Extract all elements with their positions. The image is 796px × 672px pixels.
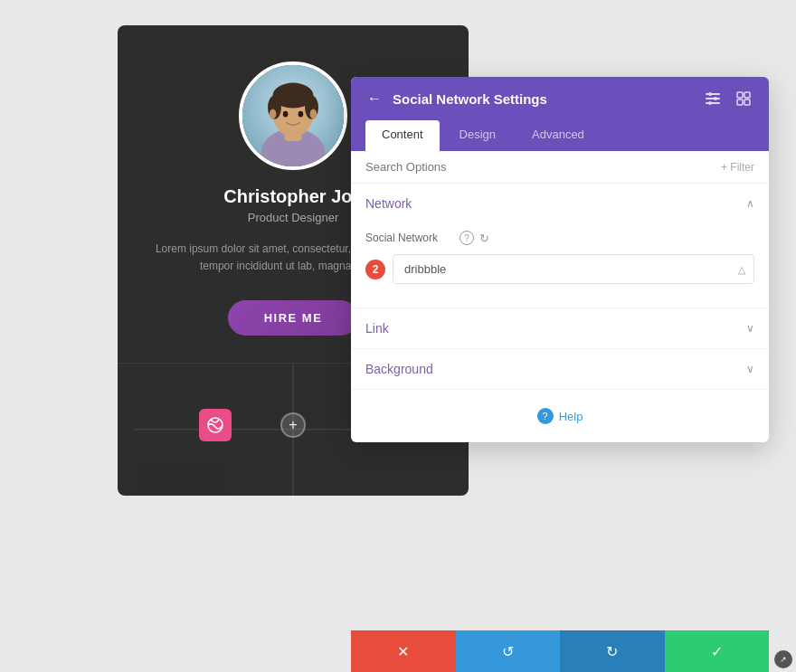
panel-content: Network ∧ Social Network ? ↻ 2 dribbble bbox=[351, 184, 769, 442]
panel-title: Social Network Settings bbox=[393, 91, 547, 107]
dribbble-icon[interactable] bbox=[199, 409, 232, 441]
search-input[interactable] bbox=[365, 160, 721, 174]
help-icon: ? bbox=[537, 408, 554, 424]
network-section: Network ∧ Social Network ? ↻ 2 dribbble bbox=[351, 184, 769, 308]
svg-point-18 bbox=[714, 97, 717, 100]
person-name: Christopher Joe bbox=[223, 186, 362, 207]
help-section: ? Help bbox=[351, 390, 769, 442]
background-chevron-icon: ∨ bbox=[746, 363, 754, 375]
settings-panel: ← Social Network Settings bbox=[351, 77, 769, 442]
link-section-title: Link bbox=[365, 321, 389, 336]
social-network-select-row: 2 dribbble facebook twitter instagram li… bbox=[365, 254, 754, 284]
field-reset-icon[interactable]: ↻ bbox=[479, 232, 489, 245]
network-section-body: Social Network ? ↻ 2 dribbble facebook t… bbox=[351, 223, 769, 308]
tab-design[interactable]: Design bbox=[443, 120, 512, 151]
background-section-title: Background bbox=[365, 362, 433, 376]
social-network-select[interactable]: dribbble facebook twitter instagram link… bbox=[393, 254, 754, 284]
svg-rect-22 bbox=[737, 99, 743, 105]
svg-rect-15 bbox=[706, 98, 720, 99]
social-network-label: Social Network bbox=[365, 232, 456, 244]
confirm-button[interactable]: ✓ bbox=[665, 630, 770, 672]
hire-me-button[interactable]: HIRE ME bbox=[228, 300, 359, 336]
social-network-select-wrapper: dribbble facebook twitter instagram link… bbox=[393, 254, 754, 284]
badge-number: 2 bbox=[365, 260, 385, 279]
expand-icon[interactable] bbox=[733, 88, 754, 109]
delete-button[interactable]: ✕ bbox=[351, 630, 456, 672]
redo-button[interactable]: ↻ bbox=[560, 630, 665, 672]
link-section-header[interactable]: Link ∨ bbox=[351, 308, 769, 348]
field-help-icon[interactable]: ? bbox=[460, 231, 474, 245]
tab-content[interactable]: Content bbox=[365, 120, 440, 151]
undo-button[interactable]: ↺ bbox=[456, 630, 561, 672]
network-chevron-icon: ∧ bbox=[746, 197, 754, 210]
svg-point-9 bbox=[270, 109, 276, 119]
network-section-header[interactable]: Network ∧ bbox=[351, 184, 769, 223]
social-network-field-row: Social Network ? ↻ bbox=[365, 231, 754, 245]
action-bar: ✕ ↺ ↻ ✓ bbox=[351, 630, 769, 672]
tabs-bar: Content Design Advanced bbox=[351, 120, 769, 151]
settings-icon[interactable] bbox=[702, 88, 724, 109]
background-section-header[interactable]: Background ∨ bbox=[351, 349, 769, 389]
panel-header: ← Social Network Settings bbox=[351, 77, 769, 120]
svg-rect-21 bbox=[744, 92, 750, 98]
help-button[interactable]: Help bbox=[559, 410, 583, 423]
avatar bbox=[239, 62, 347, 170]
svg-point-8 bbox=[298, 111, 304, 118]
back-button[interactable]: ← bbox=[365, 90, 384, 108]
svg-point-17 bbox=[708, 92, 712, 96]
search-bar: + Filter bbox=[351, 151, 769, 184]
svg-rect-16 bbox=[706, 102, 720, 104]
link-chevron-icon: ∨ bbox=[746, 322, 754, 335]
svg-point-19 bbox=[708, 101, 712, 105]
filter-button[interactable]: + Filter bbox=[721, 161, 754, 174]
svg-point-13 bbox=[208, 418, 223, 432]
network-section-title: Network bbox=[365, 196, 412, 211]
svg-point-7 bbox=[283, 111, 289, 118]
link-section: Link ∨ bbox=[351, 308, 769, 349]
tab-advanced[interactable]: Advanced bbox=[516, 120, 601, 151]
svg-rect-20 bbox=[737, 92, 743, 98]
svg-rect-14 bbox=[706, 93, 720, 95]
filter-label: + Filter bbox=[721, 161, 754, 174]
person-title: Product Designer bbox=[248, 211, 338, 224]
background-section: Background ∨ bbox=[351, 349, 769, 390]
svg-rect-23 bbox=[744, 99, 750, 105]
svg-point-10 bbox=[310, 109, 317, 119]
resize-icon: ↗ bbox=[774, 650, 792, 668]
